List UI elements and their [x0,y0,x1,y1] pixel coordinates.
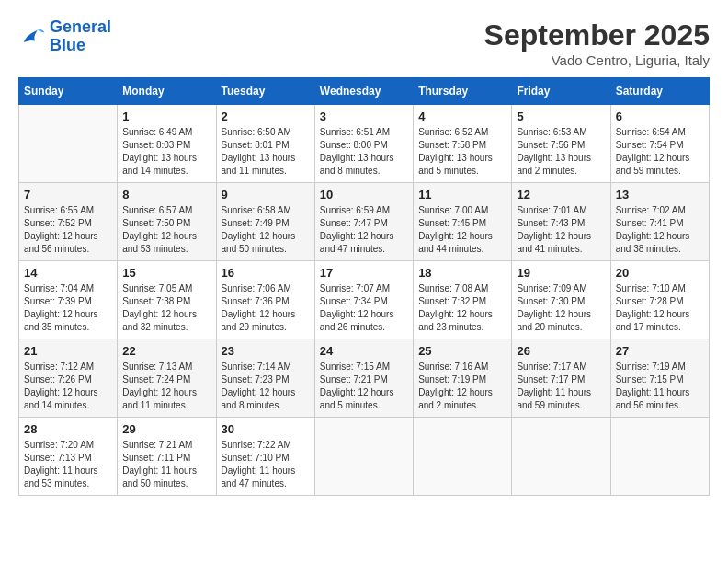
table-row: 21Sunrise: 7:12 AMSunset: 7:26 PMDayligh… [19,339,118,418]
day-number: 8 [122,188,210,201]
logo-line1: General [50,17,111,36]
day-info: Sunrise: 7:06 AMSunset: 7:36 PMDaylight:… [222,282,310,334]
day-info: Sunrise: 7:07 AMSunset: 7:34 PMDaylight:… [320,282,408,334]
table-row: 5Sunrise: 6:53 AMSunset: 7:56 PMDaylight… [512,105,610,183]
table-row [314,418,413,496]
title-block: September 2025 Vado Centro, Liguria, Ita… [484,18,710,68]
day-number: 6 [616,109,704,123]
location-subtitle: Vado Centro, Liguria, Italy [484,52,710,68]
day-info: Sunrise: 7:09 AMSunset: 7:30 PMDaylight:… [517,282,605,334]
col-tuesday: Tuesday [216,78,314,105]
day-number: 24 [320,344,408,358]
table-row [512,418,610,496]
table-row: 14Sunrise: 7:04 AMSunset: 7:39 PMDayligh… [19,261,118,339]
table-row: 18Sunrise: 7:08 AMSunset: 7:32 PMDayligh… [414,261,512,339]
day-info: Sunrise: 7:01 AMSunset: 7:43 PMDaylight:… [517,204,605,256]
day-info: Sunrise: 7:17 AMSunset: 7:17 PMDaylight:… [517,361,605,412]
table-row: 8Sunrise: 6:57 AMSunset: 7:50 PMDaylight… [118,183,216,261]
day-number: 17 [320,266,408,280]
col-sunday: Sunday [19,78,118,105]
col-wednesday: Wednesday [314,78,413,105]
table-row [414,418,512,496]
day-info: Sunrise: 6:51 AMSunset: 8:00 PMDaylight:… [320,126,408,178]
day-number: 26 [517,344,605,358]
day-number: 20 [616,266,704,280]
calendar-week-row: 21Sunrise: 7:12 AMSunset: 7:26 PMDayligh… [19,339,710,418]
table-row: 6Sunrise: 6:54 AMSunset: 7:54 PMDaylight… [610,105,709,183]
logo: General Blue [18,18,111,55]
day-info: Sunrise: 7:16 AMSunset: 7:19 PMDaylight:… [418,361,506,412]
col-saturday: Saturday [610,78,709,105]
day-info: Sunrise: 7:22 AMSunset: 7:10 PMDaylight:… [222,439,310,490]
month-title: September 2025 [484,18,710,52]
day-number: 23 [222,344,310,358]
table-row: 10Sunrise: 6:59 AMSunset: 7:47 PMDayligh… [314,183,413,261]
table-row: 2Sunrise: 6:50 AMSunset: 8:01 PMDaylight… [216,105,314,183]
day-info: Sunrise: 7:20 AMSunset: 7:13 PMDaylight:… [24,439,112,490]
day-number: 4 [418,109,506,123]
day-info: Sunrise: 6:54 AMSunset: 7:54 PMDaylight:… [616,126,704,178]
table-row: 15Sunrise: 7:05 AMSunset: 7:38 PMDayligh… [118,261,216,339]
day-number: 29 [122,422,210,436]
calendar-week-row: 28Sunrise: 7:20 AMSunset: 7:13 PMDayligh… [19,418,710,496]
col-friday: Friday [512,78,610,105]
day-info: Sunrise: 7:02 AMSunset: 7:41 PMDaylight:… [616,204,704,256]
day-info: Sunrise: 7:10 AMSunset: 7:28 PMDaylight:… [616,282,704,334]
table-row: 12Sunrise: 7:01 AMSunset: 7:43 PMDayligh… [512,183,610,261]
day-number: 3 [320,109,408,123]
table-row: 1Sunrise: 6:49 AMSunset: 8:03 PMDaylight… [118,105,216,183]
day-number: 13 [616,188,704,201]
day-number: 12 [517,188,605,201]
calendar-table: Sunday Monday Tuesday Wednesday Thursday… [18,77,710,496]
logo-text: General Blue [50,18,111,55]
day-number: 18 [418,266,506,280]
table-row: 27Sunrise: 7:19 AMSunset: 7:15 PMDayligh… [610,339,709,418]
table-row: 26Sunrise: 7:17 AMSunset: 7:17 PMDayligh… [512,339,610,418]
day-info: Sunrise: 6:52 AMSunset: 7:58 PMDaylight:… [418,126,506,178]
day-info: Sunrise: 7:21 AMSunset: 7:11 PMDaylight:… [122,439,210,490]
day-number: 16 [222,266,310,280]
day-number: 28 [24,422,112,436]
logo-line2: Blue [50,37,111,55]
col-monday: Monday [118,78,216,105]
calendar-header-row: Sunday Monday Tuesday Wednesday Thursday… [19,78,710,105]
day-info: Sunrise: 7:12 AMSunset: 7:26 PMDaylight:… [24,361,112,412]
table-row: 28Sunrise: 7:20 AMSunset: 7:13 PMDayligh… [19,418,118,496]
calendar-week-row: 1Sunrise: 6:49 AMSunset: 8:03 PMDaylight… [19,105,710,183]
day-number: 25 [418,344,506,358]
day-number: 30 [222,422,310,436]
table-row: 20Sunrise: 7:10 AMSunset: 7:28 PMDayligh… [610,261,709,339]
day-info: Sunrise: 6:59 AMSunset: 7:47 PMDaylight:… [320,204,408,256]
day-info: Sunrise: 7:00 AMSunset: 7:45 PMDaylight:… [418,204,506,256]
table-row: 22Sunrise: 7:13 AMSunset: 7:24 PMDayligh… [118,339,216,418]
table-row [19,105,118,183]
day-info: Sunrise: 7:14 AMSunset: 7:23 PMDaylight:… [222,361,310,412]
calendar-week-row: 14Sunrise: 7:04 AMSunset: 7:39 PMDayligh… [19,261,710,339]
day-info: Sunrise: 6:50 AMSunset: 8:01 PMDaylight:… [222,126,310,178]
page-header: General Blue September 2025 Vado Centro,… [18,18,710,68]
day-info: Sunrise: 7:08 AMSunset: 7:32 PMDaylight:… [418,282,506,334]
table-row: 24Sunrise: 7:15 AMSunset: 7:21 PMDayligh… [314,339,413,418]
day-info: Sunrise: 6:55 AMSunset: 7:52 PMDaylight:… [24,204,112,256]
table-row: 30Sunrise: 7:22 AMSunset: 7:10 PMDayligh… [216,418,314,496]
day-number: 7 [24,188,112,201]
day-info: Sunrise: 7:13 AMSunset: 7:24 PMDaylight:… [122,361,210,412]
table-row: 7Sunrise: 6:55 AMSunset: 7:52 PMDaylight… [19,183,118,261]
table-row: 9Sunrise: 6:58 AMSunset: 7:49 PMDaylight… [216,183,314,261]
col-thursday: Thursday [414,78,512,105]
day-number: 10 [320,188,408,201]
day-number: 14 [24,266,112,280]
day-number: 11 [418,188,506,201]
table-row: 29Sunrise: 7:21 AMSunset: 7:11 PMDayligh… [118,418,216,496]
day-info: Sunrise: 6:58 AMSunset: 7:49 PMDaylight:… [222,204,310,256]
table-row [610,418,709,496]
day-info: Sunrise: 7:04 AMSunset: 7:39 PMDaylight:… [24,282,112,334]
day-info: Sunrise: 7:15 AMSunset: 7:21 PMDaylight:… [320,361,408,412]
table-row: 11Sunrise: 7:00 AMSunset: 7:45 PMDayligh… [414,183,512,261]
day-info: Sunrise: 6:57 AMSunset: 7:50 PMDaylight:… [122,204,210,256]
day-number: 1 [122,109,210,123]
day-number: 15 [122,266,210,280]
calendar-week-row: 7Sunrise: 6:55 AMSunset: 7:52 PMDaylight… [19,183,710,261]
table-row: 16Sunrise: 7:06 AMSunset: 7:36 PMDayligh… [216,261,314,339]
table-row: 23Sunrise: 7:14 AMSunset: 7:23 PMDayligh… [216,339,314,418]
